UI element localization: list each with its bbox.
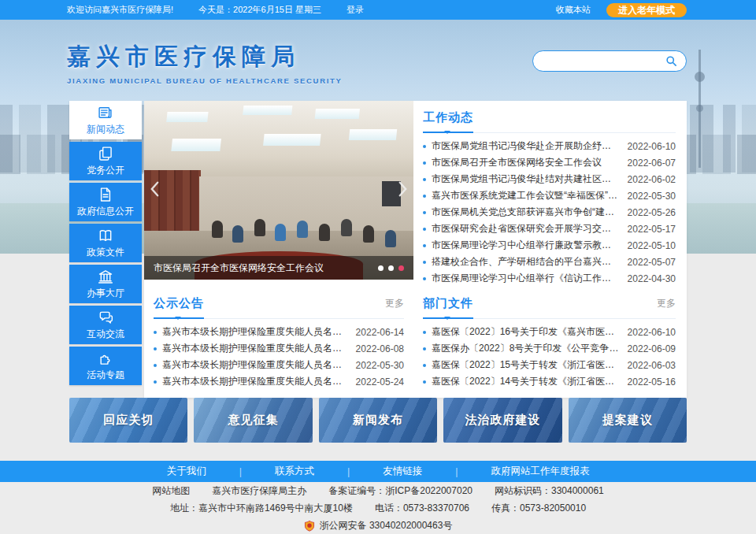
item-title: 嘉兴市本级长期护理保险重度失能人员名单公示（2... bbox=[162, 375, 348, 388]
dept-files-more-link[interactable]: 更多 bbox=[657, 297, 676, 310]
carousel-dot-3[interactable] bbox=[398, 265, 404, 271]
bullet-icon bbox=[423, 211, 426, 214]
footer-nav-item-4[interactable]: 政府网站工作年度报表 bbox=[458, 465, 622, 478]
person-figure bbox=[319, 224, 330, 241]
bullet-icon bbox=[423, 277, 426, 280]
notice-item[interactable]: 嘉兴市本级长期护理保险重度失能人员名单公示（2...2022-05-24 bbox=[154, 373, 404, 390]
bullet-icon bbox=[423, 331, 426, 334]
sidebar-item-service-hall[interactable]: 办事大厅 bbox=[69, 265, 142, 303]
police-record-text: 浙公网安备 33040202000463号 bbox=[320, 519, 453, 532]
tv-tower-decoration bbox=[699, 50, 701, 168]
item-title: 市医保局机关党总支部获评嘉兴市争创“建设清廉机... bbox=[432, 206, 620, 219]
notice-item[interactable]: 嘉兴市本级长期护理保险重度失能人员名单公示（2...2022-06-14 bbox=[154, 324, 404, 340]
carousel-next-button[interactable] bbox=[398, 180, 408, 201]
work-news-item[interactable]: 市医保局党组书记冯俊华赴企开展助企纾困活动2022-06-10 bbox=[423, 138, 676, 154]
search-icon[interactable] bbox=[665, 55, 677, 67]
bullet-icon bbox=[423, 228, 426, 231]
carousel-dots bbox=[378, 265, 404, 271]
dept-files-title[interactable]: 部门文件 bbox=[423, 296, 473, 311]
quick-link-banners: 回应关切意见征集新闻发布法治政府建设提案建议 bbox=[69, 398, 687, 443]
notices-title[interactable]: 公示公告 bbox=[154, 296, 204, 311]
work-news-item[interactable]: 市医保局理论学习中心组举行廉政警示教育专题学习...2022-05-10 bbox=[423, 237, 676, 254]
banner-law-based-government[interactable]: 法治政府建设 bbox=[443, 398, 561, 443]
footer-nav-item-1[interactable]: 关于我们 bbox=[134, 465, 239, 478]
sidebar-item-interaction[interactable]: 互动交流 bbox=[69, 306, 142, 344]
notices-more-link[interactable]: 更多 bbox=[385, 297, 404, 310]
person-figure bbox=[341, 219, 352, 236]
sidebar-item-news[interactable]: 新闻动态 bbox=[69, 101, 142, 139]
item-title: 市医保研究会赴省医保研究会开展学习交流活动 bbox=[432, 222, 620, 235]
banner-respond-concerns[interactable]: 回应关切 bbox=[69, 398, 187, 443]
banner-news-release[interactable]: 新闻发布 bbox=[319, 398, 437, 443]
item-date: 2022-05-07 bbox=[628, 257, 676, 268]
notice-item[interactable]: 嘉兴市本级长期护理保险重度失能人员名单公示（2...2022-06-08 bbox=[154, 340, 404, 357]
banner-proposal-suggestions[interactable]: 提案建议 bbox=[569, 398, 687, 443]
bullet-icon bbox=[423, 195, 426, 198]
dept-file-item[interactable]: 嘉医保〔2022〕15号关于转发《浙江省医疗保...2022-06-03 bbox=[423, 357, 676, 373]
topbar: 欢迎访问嘉兴市医疗保障局! 今天是：2022年6月15日 星期三 登录 收藏本站… bbox=[0, 0, 756, 20]
book-icon bbox=[98, 228, 113, 243]
work-news-item[interactable]: 嘉兴市医保系统党建工作会议暨“幸福医保”党建联...2022-05-30 bbox=[423, 187, 676, 204]
top-row: 市医保局召开全市医保网络安全工作会议 工作动态 市医保局党组书记冯俊华赴企开展助… bbox=[144, 101, 687, 287]
work-news-item[interactable]: 市医保局党组书记冯俊华赴结对共建社区指导全国文...2022-06-02 bbox=[423, 171, 676, 187]
sidebar-item-label: 活动专题 bbox=[87, 369, 124, 382]
banner-opinion-collection[interactable]: 意见征集 bbox=[194, 398, 312, 443]
banner-label: 提案建议 bbox=[602, 413, 653, 428]
person-figure bbox=[275, 224, 286, 241]
item-title: 市医保局理论学习中心组举行《信访工作条例》专题... bbox=[432, 272, 620, 285]
login-link[interactable]: 登录 bbox=[346, 4, 364, 16]
sidebar-item-label: 政策文件 bbox=[87, 246, 124, 259]
dept-file-item[interactable]: 嘉医保〔2022〕14号关于转发《浙江省医疗保...2022-05-16 bbox=[423, 373, 676, 390]
footer-nav-item-2[interactable]: 联系方式 bbox=[242, 465, 347, 478]
bullet-icon bbox=[154, 364, 157, 367]
work-news-item[interactable]: 市医保局理论学习中心组举行《信访工作条例》专题...2022-04-30 bbox=[423, 270, 676, 287]
sidebar-item-policy-files[interactable]: 政策文件 bbox=[69, 224, 142, 262]
footer-nav-item-3[interactable]: 友情链接 bbox=[350, 465, 455, 478]
police-badge-icon bbox=[304, 520, 315, 532]
bullet-icon bbox=[423, 178, 426, 181]
item-date: 2022-05-16 bbox=[628, 376, 676, 388]
item-title: 嘉医保〔2022〕14号关于转发《浙江省医疗保... bbox=[432, 375, 620, 388]
footer-info-text: 地址：嘉兴市中环南路1469号中南大厦10楼 bbox=[170, 502, 353, 515]
footer-info-text: 电话：0573-83370706 bbox=[375, 502, 469, 515]
carousel-prev-button[interactable] bbox=[150, 180, 160, 201]
item-title: 嘉医保〔2022〕15号关于转发《浙江省医疗保... bbox=[432, 358, 620, 372]
footer-info-text: 嘉兴市医疗保障局主办 bbox=[212, 484, 306, 498]
sidebar-item-special-topics[interactable]: 活动专题 bbox=[69, 347, 142, 385]
work-news-item[interactable]: 搭建校企合作、产学研相结合的平台嘉兴市长期护理...2022-05-07 bbox=[423, 254, 676, 270]
carousel-dot-2[interactable] bbox=[388, 265, 394, 271]
work-news-item[interactable]: 市医保研究会赴省医保研究会开展学习交流活动2022-05-17 bbox=[423, 221, 676, 237]
news-carousel[interactable]: 市医保局召开全市医保网络安全工作会议 bbox=[144, 101, 413, 280]
chat-icon bbox=[98, 310, 113, 325]
sidebar-item-gov-info[interactable]: 政府信息公开 bbox=[69, 183, 142, 221]
section-notices: 公示公告 更多 嘉兴市本级长期护理保险重度失能人员名单公示（2...2022-0… bbox=[144, 291, 413, 390]
content-area: 新闻动态党务公开政府信息公开政策文件办事大厅互动交流活动专题 bbox=[69, 101, 687, 398]
work-news-item[interactable]: 市医保局召开全市医保网络安全工作会议2022-06-07 bbox=[423, 154, 676, 171]
sidebar-item-party-affairs[interactable]: 党务公开 bbox=[69, 142, 142, 180]
person-figure bbox=[297, 221, 308, 238]
footer-info-text: 备案证编号：浙ICP备2022007020 bbox=[328, 484, 472, 498]
work-news-item[interactable]: 市医保局机关党总支部获评嘉兴市争创“建设清廉机...2022-05-26 bbox=[423, 204, 676, 221]
carousel-dot-1[interactable] bbox=[378, 265, 384, 271]
search-input[interactable] bbox=[533, 51, 665, 71]
work-news-list: 市医保局党组书记冯俊华赴企开展助企纾困活动2022-06-10市医保局召开全市医… bbox=[423, 133, 676, 287]
search-box bbox=[532, 50, 687, 72]
favorite-site-link[interactable]: 收藏本站 bbox=[556, 4, 591, 16]
bullet-icon bbox=[423, 244, 426, 247]
item-date: 2022-06-02 bbox=[628, 174, 676, 185]
elder-mode-button[interactable]: 进入老年模式 bbox=[606, 3, 687, 17]
carousel-caption[interactable]: 市医保局召开全市医保网络安全工作会议 bbox=[154, 261, 372, 275]
site-subtitle: JIAXING MUNICIPAL BUREAU OF HEALTHCARE S… bbox=[67, 76, 343, 85]
work-news-title[interactable]: 工作动态 bbox=[423, 110, 473, 125]
bullet-icon bbox=[423, 347, 426, 350]
item-date: 2022-05-30 bbox=[628, 191, 676, 202]
item-date: 2022-05-26 bbox=[628, 207, 676, 218]
sitemap-link[interactable]: 网站地图 bbox=[152, 484, 190, 498]
notice-item[interactable]: 嘉兴市本级长期护理保险重度失能人员名单公示（2...2022-05-30 bbox=[154, 357, 404, 373]
item-title: 嘉医保〔2022〕16号关于印发《嘉兴市医疗保... bbox=[432, 325, 620, 339]
dept-file-item[interactable]: 嘉医保〔2022〕16号关于印发《嘉兴市医疗保...2022-06-10 bbox=[423, 324, 676, 340]
item-date: 2022-06-07 bbox=[628, 158, 676, 169]
item-date: 2022-05-24 bbox=[356, 376, 404, 388]
item-date: 2022-05-17 bbox=[628, 224, 676, 235]
dept-file-item[interactable]: 嘉医保办〔2022〕8号关于印发《公平竞争审查...2022-06-09 bbox=[423, 340, 676, 357]
